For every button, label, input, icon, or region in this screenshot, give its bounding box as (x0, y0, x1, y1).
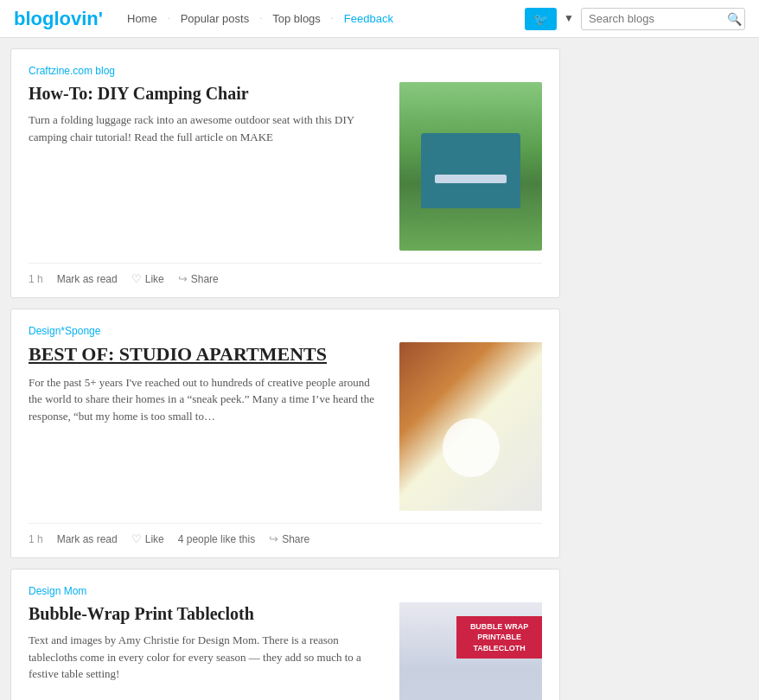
header: bloglovin' Home · Popular posts · Top bl… (0, 0, 759, 38)
post-text-2: BEST OF: STUDIO APARTMENTS For the past … (29, 342, 386, 424)
post-source-1[interactable]: Craftzine.com blog (29, 65, 542, 77)
post-excerpt-1: Turn a folding luggage rack into an awes… (29, 111, 386, 145)
post-content-1: How-To: DIY Camping Chair Turn a folding… (29, 82, 542, 251)
post-time-2: 1 h (29, 533, 43, 545)
nav-feedback[interactable]: Feedback (334, 12, 404, 25)
like-button-1[interactable]: ♡ Like (131, 272, 164, 285)
bubble-wrap-image (399, 602, 542, 700)
camping-chair-image (399, 82, 542, 251)
post-text-1: How-To: DIY Camping Chair Turn a folding… (29, 82, 386, 145)
feed: Craftzine.com blog How-To: DIY Camping C… (0, 38, 571, 700)
post-excerpt-2: For the past 5+ years I've reached out t… (29, 374, 386, 425)
likes-count-2: 4 people like this (178, 533, 255, 545)
post-content-3: Bubble-Wrap Print Tablecloth Text and im… (29, 602, 542, 700)
post-card-1: Craftzine.com blog How-To: DIY Camping C… (10, 48, 560, 298)
share-button-2[interactable]: ↪ Share (269, 532, 309, 545)
search-button[interactable]: 🔍 (727, 12, 742, 26)
post-actions-2: 1 h Mark as read ♡ Like 4 people like th… (29, 523, 542, 545)
nav-home[interactable]: Home (117, 12, 168, 25)
search-box: 🔍 (581, 8, 745, 30)
post-content-2: BEST OF: STUDIO APARTMENTS For the past … (29, 342, 542, 511)
account-dropdown-arrow[interactable]: ▼ (564, 12, 574, 25)
search-input[interactable] (589, 12, 727, 25)
post-image-2 (399, 342, 542, 511)
mark-as-read-button-1[interactable]: Mark as read (57, 273, 118, 285)
post-image-3 (399, 602, 542, 700)
post-time-1: 1 h (29, 273, 43, 285)
share-button-1[interactable]: ↪ Share (178, 272, 219, 285)
studio-image (399, 342, 542, 511)
post-title-3[interactable]: Bubble-Wrap Print Tablecloth (29, 602, 386, 625)
post-text-3: Bubble-Wrap Print Tablecloth Text and im… (29, 602, 386, 683)
main-content: Craftzine.com blog How-To: DIY Camping C… (0, 38, 759, 700)
post-actions-1: 1 h Mark as read ♡ Like ↪ Share (29, 263, 542, 285)
post-source-2[interactable]: Design*Sponge (29, 325, 542, 337)
post-source-3[interactable]: Design Mom (29, 585, 542, 597)
share-icon-2: ↪ (269, 532, 278, 545)
mark-as-read-button-2[interactable]: Mark as read (57, 533, 118, 545)
main-nav: Home · Popular posts · Top blogs · Feedb… (117, 12, 404, 25)
sidebar (571, 38, 759, 700)
post-card-3: Design Mom Bubble-Wrap Print Tablecloth … (10, 569, 560, 700)
header-right: 🐦 ▼ 🔍 (525, 8, 745, 30)
post-excerpt-3: Text and images by Amy Christie for Desi… (29, 632, 386, 683)
nav-popular-posts[interactable]: Popular posts (170, 12, 260, 25)
heart-icon-1: ♡ (131, 272, 142, 285)
twitter-button[interactable]: 🐦 (525, 8, 557, 30)
twitter-icon: 🐦 (533, 12, 548, 26)
post-card-2: Design*Sponge BEST OF: STUDIO APARTMENTS… (10, 309, 560, 558)
heart-icon-2: ♡ (131, 532, 142, 545)
post-image-1 (399, 82, 542, 251)
share-icon-1: ↪ (178, 272, 188, 285)
logo[interactable]: bloglovin' (14, 8, 103, 30)
post-title-1[interactable]: How-To: DIY Camping Chair (29, 82, 386, 105)
post-title-2[interactable]: BEST OF: STUDIO APARTMENTS (29, 342, 386, 367)
nav-top-blogs[interactable]: Top blogs (262, 12, 331, 25)
like-button-2[interactable]: ♡ Like (131, 532, 164, 545)
